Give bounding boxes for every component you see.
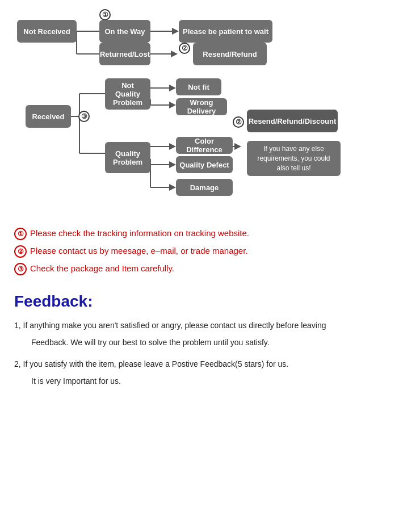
info-circle-3: ③ (14, 263, 27, 275)
svg-marker-26 (234, 143, 241, 150)
box-on-the-way: On the Way (99, 20, 150, 43)
info-section: ① Please check the tracking information … (11, 227, 392, 275)
box-received: Received (26, 105, 71, 128)
box-resend-refund-discount: Resend/Refund/Discount (247, 110, 338, 132)
svg-marker-18 (169, 143, 176, 150)
feedback-section: Feedback: 1, If anything make you aren't… (11, 292, 392, 388)
svg-marker-24 (169, 184, 176, 191)
feedback-indent-2: It is very Important for us. (31, 375, 389, 387)
info-text-1: Please check the tracking information on… (30, 227, 249, 240)
box-returned-lost: Returned/Lost (99, 43, 150, 65)
box-not-fit: Not fit (176, 78, 221, 95)
box-not-received: Not Received (17, 20, 77, 43)
box-damage: Damage (176, 179, 233, 196)
box-quality-defect: Quality Defect (176, 156, 233, 173)
svg-marker-4 (172, 28, 179, 35)
box-not-quality-problem: Not Quality Problem (105, 78, 150, 110)
svg-marker-16 (169, 102, 176, 108)
svg-marker-21 (169, 161, 176, 168)
info-line-1: ① Please check the tracking information … (14, 227, 389, 240)
box-resend-refund: Resend/Refund (193, 43, 267, 65)
feedback-item-1: 1, If anything make you aren't satisfied… (14, 319, 389, 332)
box-wrong-delivery: Wrong Delivery (176, 98, 227, 115)
box-color-difference: Color Difference (176, 137, 233, 154)
info-line-2: ② Please contact us by meesage, e–mail, … (14, 245, 389, 258)
svg-marker-13 (169, 85, 176, 91)
svg-marker-6 (171, 51, 178, 57)
info-line-3: ③ Check the package and Item carefully. (14, 262, 389, 275)
feedback-title: Feedback: (14, 292, 389, 311)
info-circle-2: ② (14, 245, 27, 258)
box-quality-problem: Quality Problem (105, 142, 150, 173)
circle-2-right: ② (233, 116, 244, 128)
feedback-indent-1: Feedback. We will try our best to solve … (31, 336, 389, 349)
feedback-item-2: 2, If you satisfy with the item, please … (14, 358, 389, 370)
info-text-3: Check the package and Item carefully. (30, 262, 174, 275)
info-circle-1: ① (14, 228, 27, 240)
box-if-you-have: If you have any else requirements, you c… (247, 141, 341, 176)
circle-3: ③ (78, 111, 90, 122)
circle-1-top: ① (99, 9, 111, 20)
flowchart-container: ① Not Received On the Way Please be pati… (11, 6, 392, 221)
circle-2-returned: ② (179, 43, 190, 54)
box-please-wait: Please be patient to wait (179, 20, 272, 43)
info-text-2: Please contact us by meesage, e–mail, or… (30, 245, 248, 258)
